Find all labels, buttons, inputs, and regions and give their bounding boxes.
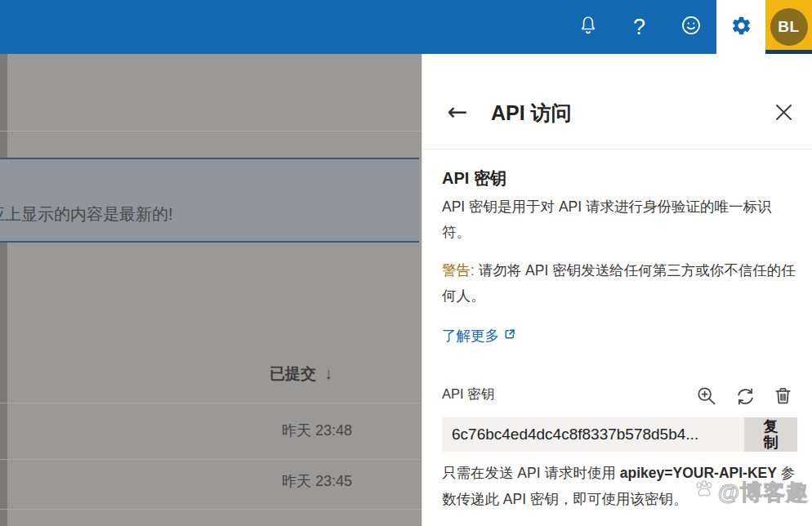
banner-text: 应上显示的内容是最新的! bbox=[0, 203, 173, 225]
warning-label: 警告: bbox=[442, 262, 475, 279]
feedback-button[interactable] bbox=[665, 0, 716, 54]
gear-icon bbox=[730, 15, 752, 40]
notifications-button[interactable] bbox=[562, 0, 613, 54]
learn-more-link[interactable]: 了解更多 bbox=[442, 326, 516, 345]
sidebar-edge bbox=[0, 54, 7, 526]
regenerate-key-button[interactable] bbox=[734, 386, 756, 408]
close-button[interactable] bbox=[773, 103, 794, 124]
divider bbox=[422, 149, 812, 149]
divider bbox=[0, 403, 422, 403]
api-key-row: 6c76bc4ed4dc4c8f8337b578d5b4... 复制 bbox=[442, 417, 797, 452]
screen: 应上显示的内容是最新的! 已提交↓ 昨天 23:48 昨天 23:45 ? bbox=[0, 0, 812, 526]
bell-icon bbox=[578, 15, 599, 39]
top-bar-actions: ? bbox=[562, 0, 812, 54]
section-heading: API 密钥 bbox=[442, 167, 506, 189]
help-button[interactable]: ? bbox=[613, 0, 665, 54]
paw-icon bbox=[692, 477, 716, 507]
warning-text: 警告: 请勿将 API 密钥发送给任何第三方或你不信任的任何人。 bbox=[442, 258, 800, 309]
table-header-submitted[interactable]: 已提交↓ bbox=[270, 363, 332, 385]
usage-prefix: 只需在发送 API 请求时使用 bbox=[442, 465, 620, 481]
smiley-icon bbox=[680, 14, 703, 40]
api-access-panel: ← API 访问 API 密钥 API 密钥是用于对 API 请求进行身份验证的… bbox=[422, 54, 812, 526]
refresh-icon bbox=[734, 398, 756, 410]
watermark-text: @博客趣 bbox=[718, 478, 809, 507]
avatar: BL bbox=[770, 8, 808, 46]
zoom-key-button[interactable] bbox=[695, 386, 718, 408]
top-bar: ? bbox=[0, 0, 812, 54]
warning-body: 请勿将 API 密钥发送给任何第三方或你不信任的任何人。 bbox=[442, 262, 796, 304]
sort-descending-icon[interactable]: ↓ bbox=[324, 364, 332, 382]
account-button[interactable]: BL bbox=[765, 0, 812, 54]
panel-title: API 访问 bbox=[491, 100, 572, 127]
divider bbox=[0, 131, 422, 132]
avatar-underbar bbox=[765, 50, 812, 54]
divider bbox=[0, 459, 422, 460]
trash-icon bbox=[773, 396, 793, 408]
copy-button[interactable]: 复制 bbox=[744, 417, 797, 452]
table-header-label: 已提交 bbox=[270, 365, 316, 382]
magnifier-plus-icon bbox=[696, 397, 717, 409]
table-row[interactable]: 昨天 23:48 bbox=[282, 421, 352, 440]
back-button[interactable]: ← bbox=[444, 98, 471, 126]
learn-more-label: 了解更多 bbox=[442, 326, 499, 345]
info-banner: 应上显示的内容是最新的! bbox=[0, 158, 419, 243]
table-row[interactable]: 昨天 23:45 bbox=[282, 471, 352, 491]
api-key-description: API 密钥是用于对 API 请求进行身份验证的唯一标识符。 bbox=[442, 194, 800, 245]
dimmed-background: 应上显示的内容是最新的! 已提交↓ 昨天 23:48 昨天 23:45 bbox=[0, 54, 422, 526]
settings-button[interactable] bbox=[716, 0, 765, 54]
external-link-icon bbox=[503, 328, 516, 345]
close-icon bbox=[775, 111, 792, 123]
copy-button-label: 复制 bbox=[763, 418, 779, 451]
api-key-value[interactable]: 6c76bc4ed4dc4c8f8337b578d5b4... bbox=[442, 417, 744, 452]
api-key-field-label: API 密钥 bbox=[442, 386, 494, 403]
delete-key-button[interactable] bbox=[771, 386, 794, 408]
divider bbox=[0, 509, 422, 510]
watermark: @博客趣 bbox=[692, 477, 809, 507]
question-mark-icon: ? bbox=[633, 16, 645, 38]
